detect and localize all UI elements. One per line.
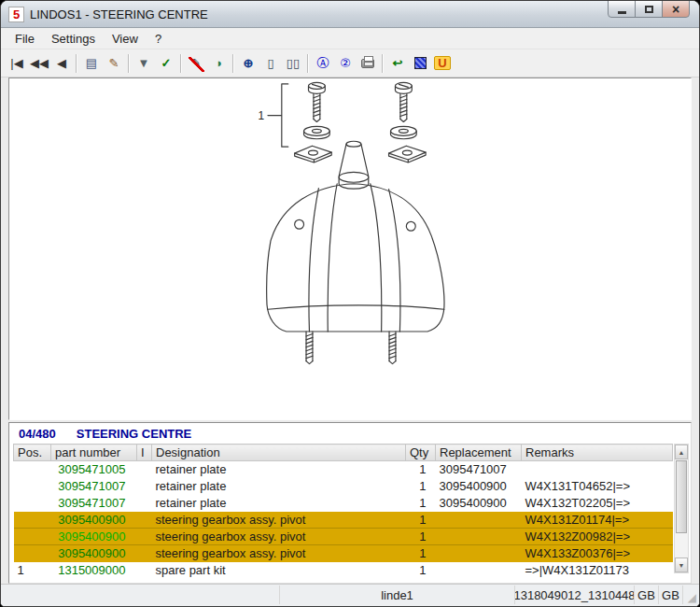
steering-centre-diagram[interactable]: 1 [89, 78, 611, 415]
col-header-part-number[interactable]: part number [51, 445, 137, 461]
parts-table-wrap: Pos.part numberIDesignationQtyReplacemen… [13, 444, 689, 581]
first-record-button[interactable]: |◀ [6, 53, 28, 74]
parts-table: Pos.part numberIDesignationQtyReplacemen… [13, 444, 673, 579]
page-icon: ▯ [267, 57, 273, 69]
drawing-area[interactable]: 1 [8, 78, 692, 420]
circle-2-button[interactable]: ② [334, 53, 357, 74]
scroll-up-button[interactable]: ▲ [675, 445, 688, 459]
i-cell [137, 478, 152, 495]
designation-cell: spare part kit [152, 562, 406, 579]
table-row[interactable]: 3095400900steering gearbox assy. pivot1W… [14, 512, 673, 529]
qty-cell: 1 [406, 478, 436, 495]
i-cell [137, 529, 152, 545]
table-row[interactable]: 3095400900steering gearbox assy. pivot1W… [14, 529, 673, 545]
remarks-cell: W4X131T04652|=> [522, 478, 673, 495]
page-button[interactable]: ▯ [259, 53, 282, 74]
pos-cell [14, 545, 51, 562]
designation-cell: retainer plate [152, 461, 406, 478]
edit-button[interactable]: ✎ [103, 53, 125, 74]
col-header-designation[interactable]: Designation [152, 445, 406, 461]
qty-cell: 1 [406, 529, 436, 545]
mosaic-icon [414, 57, 427, 69]
table-row[interactable]: 3095471005retainer plate13095471007 [14, 461, 673, 478]
table-row[interactable]: 11315009000spare part kit1=>|W4X131Z0117… [14, 562, 673, 579]
retainer-plate-icon[interactable] [295, 146, 332, 162]
resize-grip-icon[interactable]: ◢ [683, 586, 697, 604]
page-counter: 04/480 [19, 427, 56, 441]
mosaic-button[interactable] [409, 53, 431, 74]
no-marker-button[interactable]: ✎ [185, 53, 207, 74]
screw-icon[interactable] [308, 82, 325, 121]
window-controls: × [609, 0, 690, 18]
stamp-button[interactable]: ▼ [133, 53, 155, 74]
part-number-cell: 3095400900 [51, 545, 137, 562]
status-serial: 1318049012_1310448 [515, 586, 635, 604]
col-header-qty[interactable]: Qty [406, 445, 436, 461]
toolbar: |◀◀◀◀▤✎▼✓✎◑⊕▯▯▯Ⓐ②↩U [1, 49, 699, 78]
minimize-button[interactable] [608, 0, 636, 18]
table-row[interactable]: 3095400900steering gearbox assy. pivot1W… [14, 545, 673, 562]
circle-a-button[interactable]: Ⓐ [312, 53, 334, 74]
remarks-cell: W4X132T02205|=> [522, 495, 673, 512]
title-bar[interactable]: 5 LINDOS1 - STEERING CENTRE × [1, 1, 699, 28]
replacement-cell [436, 512, 522, 529]
stud-icon[interactable] [389, 332, 396, 364]
toolbar-separator [232, 54, 234, 73]
globe-icon: ◑ [215, 57, 222, 69]
maximize-button[interactable] [635, 0, 663, 18]
col-header-remarks[interactable]: Remarks [522, 445, 673, 461]
window-title: LINDOS1 - STEERING CENTRE [30, 7, 208, 21]
back-button[interactable]: ◀ [50, 53, 73, 74]
menu-item-file[interactable]: File [7, 30, 43, 48]
i-cell [137, 495, 152, 512]
exit-icon: ↩ [393, 57, 403, 69]
col-header-i[interactable]: I [137, 445, 152, 461]
washer-icon[interactable] [391, 126, 417, 138]
col-header-pos[interactable]: Pos. [14, 445, 51, 461]
replacement-cell: 3095400900 [436, 495, 522, 512]
menu-item-settings[interactable]: Settings [43, 30, 104, 48]
app-icon: 5 [8, 7, 24, 22]
screw-icon[interactable] [395, 82, 412, 121]
designation-cell: steering gearbox assy. pivot [152, 529, 406, 545]
close-button[interactable]: × [662, 0, 690, 18]
gearbox-body[interactable] [267, 141, 444, 332]
i-cell [137, 461, 152, 478]
designation-cell: steering gearbox assy. pivot [152, 545, 406, 562]
toolbar-separator [76, 54, 77, 73]
exit-button[interactable]: ↩ [386, 53, 409, 74]
status-language-2: GB [659, 586, 683, 604]
vertical-scrollbar[interactable]: ▲ ▼ [674, 444, 689, 573]
print-button[interactable] [357, 53, 379, 74]
notes-button[interactable]: ▤ [80, 53, 103, 74]
pages-button[interactable]: ▯▯ [282, 53, 304, 74]
back-icon: ◀ [57, 57, 66, 69]
globe-button[interactable]: ◑ [207, 53, 230, 74]
table-row[interactable]: 3095471007retainer plate13095400900W4X13… [14, 495, 673, 512]
zoom-in-button[interactable]: ⊕ [237, 53, 259, 74]
designation-cell: steering gearbox assy. pivot [152, 512, 406, 529]
status-database: linde1 [280, 586, 515, 604]
menu-item-view[interactable]: View [104, 30, 147, 48]
scrollbar-thumb[interactable] [676, 460, 687, 533]
remarks-cell: W4X133Z00376|=> [522, 545, 673, 562]
designation-cell: retainer plate [152, 495, 406, 512]
qty-cell: 1 [406, 461, 436, 478]
pos-cell [14, 461, 51, 478]
desktop-background: 5 LINDOS1 - STEERING CENTRE × FileSettin… [0, 0, 700, 607]
col-header-replacement[interactable]: Replacement [436, 445, 522, 461]
scroll-down-button[interactable]: ▼ [675, 558, 688, 572]
table-row[interactable]: 3095471007retainer plate13095400900W4X13… [14, 478, 673, 495]
callout-label: 1 [258, 109, 264, 122]
language-u-button[interactable]: U [431, 53, 454, 74]
app-window: 5 LINDOS1 - STEERING CENTRE × FileSettin… [0, 0, 700, 607]
red-slash-overlay [189, 57, 204, 72]
washer-icon[interactable] [304, 126, 330, 138]
fast-back-button[interactable]: ◀◀ [28, 53, 50, 74]
toolbar-separator [128, 54, 130, 73]
retainer-plate-icon[interactable] [389, 146, 427, 162]
menu-item-help[interactable]: ? [147, 30, 170, 48]
check-button[interactable]: ✓ [155, 53, 177, 74]
qty-cell: 1 [406, 495, 436, 512]
stud-icon[interactable] [306, 332, 313, 364]
